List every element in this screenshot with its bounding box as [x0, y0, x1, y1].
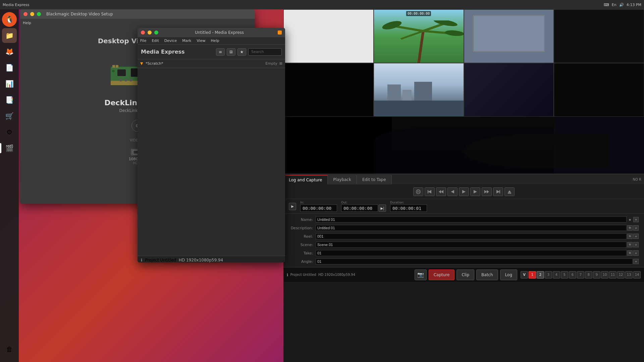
- tc-in-group: In:: [300, 201, 337, 212]
- version-btn-4[interactable]: 4: [553, 271, 560, 279]
- transport-ffwd-btn[interactable]: [482, 187, 492, 196]
- transport-eject-btn[interactable]: [504, 187, 515, 196]
- me-menu-file[interactable]: File: [140, 39, 146, 43]
- version-btn-9[interactable]: 9: [593, 271, 600, 279]
- me-star-btn[interactable]: ★: [237, 48, 246, 56]
- meta-desc-copy-btn[interactable]: ⧉: [627, 225, 633, 231]
- meta-take-copy-btn[interactable]: ⧉: [627, 250, 633, 256]
- meta-reel-plus-btn[interactable]: +: [633, 234, 639, 239]
- me-max-btn[interactable]: [154, 31, 158, 35]
- meta-take-input[interactable]: [316, 250, 627, 256]
- me-menu-device[interactable]: Device: [164, 39, 177, 43]
- tc-dur-value[interactable]: [390, 204, 427, 212]
- version-btn-12[interactable]: 12: [617, 271, 625, 279]
- svg-marker-30: [462, 190, 466, 193]
- batch-btn[interactable]: Batch: [476, 269, 498, 280]
- version-btn-10[interactable]: 10: [601, 271, 608, 279]
- me-bin-content: [138, 68, 285, 256]
- dvs-close-btn[interactable]: [23, 12, 28, 16]
- me-min-btn[interactable]: [148, 31, 152, 35]
- me-search-field[interactable]: Search: [248, 48, 282, 56]
- meta-name-star-btn[interactable]: ★: [627, 217, 633, 222]
- version-btn-1[interactable]: 1: [529, 271, 536, 279]
- meta-desc-plus-btn[interactable]: +: [633, 225, 639, 231]
- preview-cell-5: [283, 63, 374, 117]
- meta-name-plus-btn[interactable]: +: [633, 217, 639, 222]
- version-btn-13[interactable]: 13: [625, 271, 633, 279]
- capture-btn[interactable]: Capture: [429, 269, 455, 280]
- sidebar-icon-ubuntu[interactable]: 🐧: [2, 12, 17, 27]
- version-btn-8[interactable]: 8: [585, 271, 592, 279]
- svg-rect-11: [116, 65, 118, 68]
- meta-scene-copy-btn[interactable]: ⧉: [627, 242, 633, 247]
- transport-goto-end-btn[interactable]: [493, 187, 503, 196]
- transport-rewind-btn[interactable]: [436, 187, 446, 196]
- transport-goto-start-btn[interactable]: [425, 187, 435, 196]
- meta-desc-input[interactable]: [316, 225, 627, 231]
- log-btn[interactable]: Log: [500, 269, 517, 280]
- clip-btn[interactable]: Clip: [457, 269, 474, 280]
- version-btn-14[interactable]: 14: [633, 271, 641, 279]
- transport-step-fwd-btn[interactable]: [470, 187, 480, 196]
- tc-in-value[interactable]: [300, 204, 337, 212]
- me-list-view-btn[interactable]: ≡: [216, 48, 225, 56]
- sidebar-icon-calc[interactable]: 📊: [2, 76, 17, 91]
- dvs-menu-help[interactable]: Help: [23, 21, 31, 25]
- meta-desc-row: Description: ⧉ +: [289, 224, 639, 232]
- dvs-min-btn[interactable]: [30, 12, 34, 16]
- svg-rect-5: [117, 69, 126, 76]
- transport-step-back-btn[interactable]: [447, 187, 458, 196]
- me-menu-mark[interactable]: Mark: [182, 39, 191, 43]
- me-menu-edit[interactable]: Edit: [152, 39, 159, 43]
- version-btn-7[interactable]: 7: [577, 271, 584, 279]
- sidebar-icon-impress[interactable]: 📑: [2, 93, 17, 107]
- sidebar-icon-firefox[interactable]: 🦊: [2, 44, 17, 59]
- version-btn-6[interactable]: 6: [569, 271, 576, 279]
- tab-playback[interactable]: Playback: [328, 175, 357, 184]
- sidebar-icon-writer[interactable]: 📄: [2, 60, 17, 75]
- dvs-max-btn[interactable]: [37, 12, 41, 16]
- top-bar-keyboard-icon: ⌨: [604, 3, 609, 7]
- tab-edit-to-tape[interactable]: Edit to Tape: [357, 175, 392, 184]
- meta-reel-copy-btn[interactable]: ⧉: [627, 234, 633, 239]
- tc-out-set-btn[interactable]: ▶|: [379, 204, 386, 212]
- meta-scene-plus-btn[interactable]: +: [633, 242, 639, 247]
- meta-angle-plus-btn[interactable]: +: [633, 259, 639, 264]
- me-title: Untitled - Media Express: [164, 30, 275, 35]
- camera-btn[interactable]: 📷: [415, 269, 427, 280]
- version-btn-2[interactable]: 2: [537, 271, 544, 279]
- transport-return-btn[interactable]: [413, 187, 423, 196]
- sidebar-icon-files[interactable]: 📁: [2, 28, 17, 43]
- version-btn-5[interactable]: 5: [561, 271, 568, 279]
- sidebar-icon-media[interactable]: 🎬: [2, 141, 17, 156]
- me-window: Untitled - Media Express File Edit Devic…: [138, 28, 285, 262]
- sidebar-icon-settings[interactable]: ⚙: [2, 125, 17, 139]
- meta-angle-label: Angle:: [289, 259, 316, 264]
- svg-line-16: [419, 31, 423, 63]
- meta-name-input[interactable]: [316, 217, 627, 223]
- meta-angle-input[interactable]: [316, 258, 633, 264]
- sidebar-icon-amazon[interactable]: 🛒: [2, 109, 17, 123]
- svg-marker-32: [484, 190, 487, 193]
- meta-reel-input[interactable]: [316, 233, 627, 239]
- tc-play-in-btn[interactable]: ▶: [289, 203, 296, 210]
- svg-line-20: [401, 31, 423, 39]
- meta-take-plus-btn[interactable]: +: [633, 250, 639, 256]
- svg-marker-25: [428, 190, 431, 193]
- version-btn-3[interactable]: 3: [545, 271, 552, 279]
- me-menu-help[interactable]: Help: [211, 39, 219, 43]
- me-grid-view-btn[interactable]: ⊞: [227, 48, 235, 56]
- version-btn-11[interactable]: 11: [609, 271, 616, 279]
- tc-out-value[interactable]: [341, 204, 378, 212]
- me-menu-view[interactable]: View: [197, 39, 205, 43]
- sidebar-icon-trash[interactable]: 🗑: [2, 342, 17, 357]
- top-bar: Media Express ⌨ En 🔊 4:13 PM: [0, 0, 644, 9]
- me-close-btn[interactable]: [141, 31, 145, 35]
- me-bin-action-icon[interactable]: ⊞: [279, 61, 282, 66]
- tab-log-capture[interactable]: Log and Capture: [283, 175, 328, 184]
- meta-scene-input[interactable]: [316, 242, 627, 248]
- preview-cell-7: [464, 63, 554, 117]
- me-bin-empty-label: Empty: [265, 61, 277, 66]
- version-v-label: V: [521, 271, 528, 279]
- transport-play-btn[interactable]: [459, 187, 469, 196]
